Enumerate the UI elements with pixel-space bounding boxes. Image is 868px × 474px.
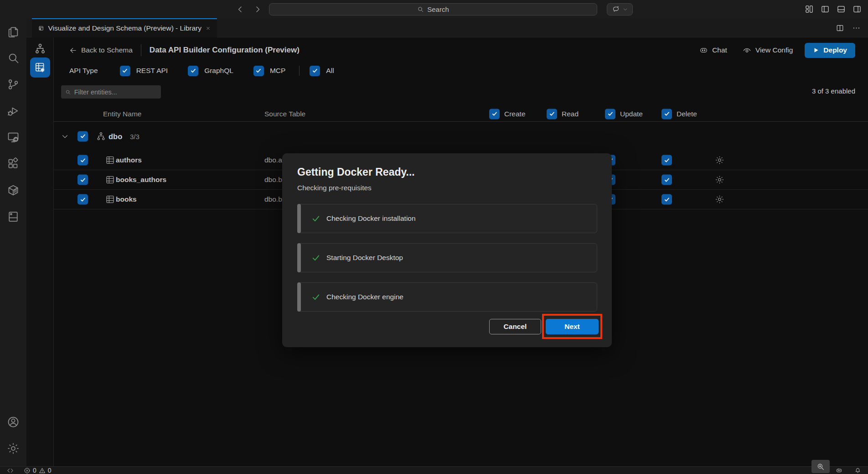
activity-run-debug[interactable] [7,104,20,117]
deploy-label: Deploy [823,46,847,54]
table-config-view-button[interactable] [30,57,50,78]
filter-entities-field [61,85,161,99]
close-icon[interactable] [206,25,211,32]
chevron-down-icon[interactable] [61,132,69,140]
toggle-sidebar-right-icon[interactable] [852,5,862,14]
activity-remote-explorer[interactable] [7,131,20,144]
group-name: dbo [108,132,122,141]
remote-explorer-icon [7,131,20,144]
activity-source-control[interactable] [7,78,20,91]
entity-settings-gear-icon[interactable] [715,156,724,165]
copilot-status[interactable] [832,467,846,474]
api-option-rest-api: REST API [120,66,168,76]
table-icon [105,175,115,185]
entity-name: books_authors [116,176,166,184]
back-to-schema-label: Back to Schema [81,46,133,54]
eye-icon [743,46,751,55]
toggle-sidebar-left-icon[interactable] [821,5,830,14]
remote-icon [7,467,14,474]
create-all-checkbox[interactable] [489,109,500,119]
forward-arrow-icon[interactable] [253,5,262,14]
dialog-subtitle: Checking pre-requisites [297,184,372,192]
check-icon [311,292,320,302]
activity-files[interactable] [7,25,20,38]
entity-settings-gear-icon[interactable] [715,175,724,185]
entity-name: authors [116,156,142,164]
entity-settings-gear-icon[interactable] [715,195,724,204]
zoom-in-indicator[interactable] [811,460,830,473]
view-config-button[interactable]: View Config [739,43,796,57]
status-bar: 0 0 [0,466,868,474]
delete-checkbox[interactable] [661,175,672,185]
global-search-input[interactable]: Search [269,3,597,16]
split-editor-icon[interactable] [836,24,844,32]
warning-icon [39,467,46,474]
next-button[interactable]: Next [546,319,599,334]
group-checkbox[interactable] [78,131,88,141]
activity-database[interactable] [7,210,20,223]
chat-sparkle-icon [612,5,620,13]
dialog-title: Getting Docker Ready... [297,166,415,178]
table-gear-icon [34,62,46,73]
read-all-checkbox[interactable] [547,109,557,119]
delete-checkbox[interactable] [661,155,672,166]
delete-all-checkbox[interactable] [661,109,672,119]
mcp-checkbox[interactable] [253,66,264,76]
toggle-panel-icon[interactable] [837,5,846,14]
remote-indicator[interactable] [4,467,17,474]
zoom-in-icon [816,463,825,471]
customize-layout-icon[interactable] [805,5,814,14]
step-label: Checking Docker installation [326,214,416,223]
crud-header-update: Update [605,109,643,119]
delete-column-label: Delete [677,110,697,118]
update-all-checkbox[interactable] [605,109,615,119]
activity-account[interactable] [7,416,20,428]
tab-visualize-schema[interactable]: Visualize and Design Schema (Preview) - … [32,18,217,37]
problems-status[interactable]: 0 0 [21,467,55,474]
back-arrow-icon[interactable] [236,5,245,14]
cancel-button[interactable]: Cancel [489,319,541,334]
docker-step: Checking Docker installation [297,204,597,233]
copilot-icon [699,46,708,55]
read-column-label: Read [562,110,579,118]
activity-extensions[interactable] [7,157,20,170]
activity-settings[interactable] [7,442,20,455]
activity-containers[interactable] [7,184,20,197]
schema-hierarchy-icon[interactable] [34,43,46,55]
more-actions-icon[interactable] [852,24,861,32]
settings-icon [7,442,20,455]
extensions-icon [7,157,20,170]
crud-header-delete: Delete [661,109,697,119]
entity-source: dbo.b [264,176,282,184]
chat-label: Chat [712,46,727,54]
view-config-label: View Config [755,46,793,54]
files-icon [7,25,20,38]
deploy-button[interactable]: Deploy [805,43,855,58]
entity-checkbox[interactable] [78,155,88,166]
entity-source: dbo.b [264,195,282,203]
table-icon [105,195,115,204]
notifications-bell[interactable] [851,467,864,474]
copilot-chat-dropdown[interactable] [607,3,633,16]
activity-search[interactable] [7,52,20,64]
rest-api-checkbox[interactable] [120,66,130,76]
search-icon [7,52,20,64]
error-count: 0 [33,467,36,474]
schema-group-row: dbo 3/3 [54,122,868,151]
header-divider [141,44,141,56]
docker-step: Starting Docker Desktop [297,243,597,272]
play-icon [813,47,819,53]
col-entity-name: Entity Name [103,110,141,118]
api-option-graphql: GraphQL [188,66,233,76]
graphql-checkbox[interactable] [188,66,198,76]
back-to-schema-button[interactable]: Back to Schema [69,46,133,54]
chat-button[interactable]: Chat [696,43,731,57]
all-checkbox[interactable] [310,66,320,76]
entity-checkbox[interactable] [78,194,88,205]
entity-source: dbo.a [264,156,282,164]
schema-designer-icon [38,24,44,32]
update-column-label: Update [620,110,643,118]
filter-entities-input[interactable] [74,89,157,96]
delete-checkbox[interactable] [661,194,672,205]
entity-checkbox[interactable] [78,175,88,185]
